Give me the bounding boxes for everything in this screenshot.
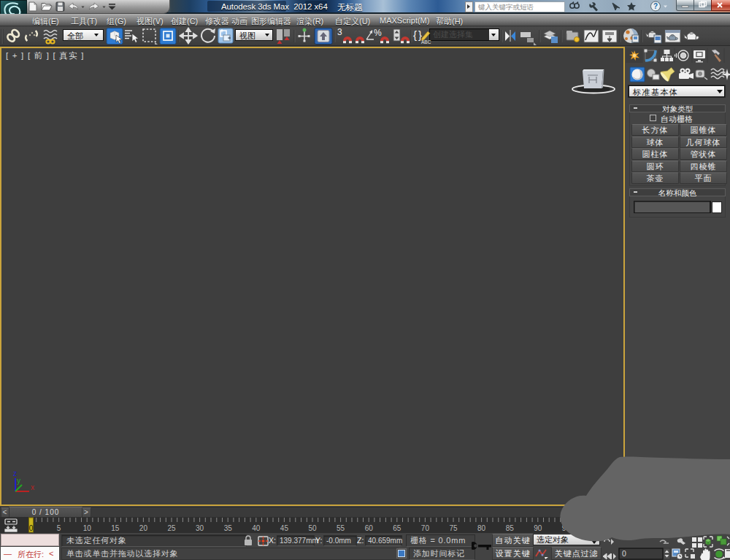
svg-text:85: 85	[506, 524, 515, 532]
svg-text:?: ?	[653, 2, 658, 10]
svg-text:ABC: ABC	[421, 39, 431, 45]
svg-text:15: 15	[111, 524, 120, 532]
svg-text:40: 40	[252, 524, 261, 532]
svg-text:70: 70	[421, 524, 430, 532]
svg-text:%: %	[374, 28, 382, 38]
svg-text:0: 0	[29, 524, 34, 532]
svg-text:10: 10	[83, 524, 92, 532]
svg-text:50: 50	[308, 524, 317, 532]
svg-text:65: 65	[393, 524, 402, 532]
svg-text:30: 30	[196, 524, 204, 532]
svg-text:55: 55	[337, 524, 345, 532]
svg-text:x: x	[31, 483, 34, 491]
svg-text:35: 35	[224, 524, 233, 532]
svg-text:20: 20	[139, 524, 148, 532]
svg-text:75: 75	[449, 524, 458, 532]
svg-text:3: 3	[337, 27, 342, 37]
svg-text:y: y	[17, 477, 20, 485]
svg-text:80: 80	[477, 524, 486, 532]
svg-text:45: 45	[280, 524, 289, 532]
svg-text:5: 5	[57, 524, 61, 532]
svg-text:25: 25	[167, 524, 176, 532]
svg-text:60: 60	[365, 524, 374, 532]
svg-text:{: {	[413, 28, 417, 41]
